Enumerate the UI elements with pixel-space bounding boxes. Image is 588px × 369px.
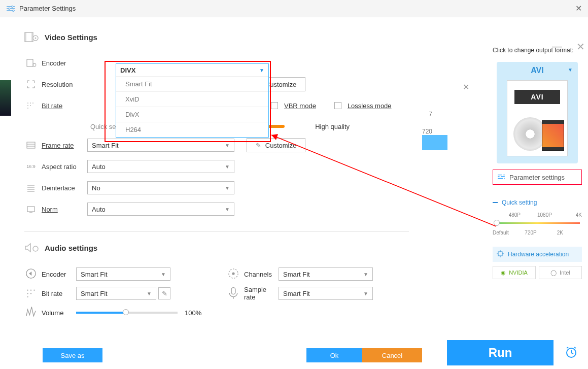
tick-480p: 480P	[509, 212, 521, 218]
volume-thumb[interactable]	[123, 309, 129, 315]
chevron-down-icon: ▼	[259, 68, 264, 73]
framerate-select[interactable]: Smart Fit ▼	[87, 139, 234, 152]
row-deinterlace: Deinterlace No ▼	[24, 179, 409, 197]
encoder-option-xvid[interactable]: XviD	[116, 91, 268, 107]
save-as-button[interactable]: Save as	[43, 348, 102, 362]
svg-point-8	[27, 103, 28, 104]
encoder-option-smartfit[interactable]: Smart Fit	[116, 76, 268, 91]
tick-4k: 4K	[576, 212, 582, 218]
svg-point-0	[11, 6, 13, 7]
svg-point-18	[27, 289, 28, 291]
svg-rect-6	[27, 59, 33, 66]
svg-rect-14	[27, 142, 35, 148]
background-item-selected	[422, 135, 447, 150]
lossless-checkbox[interactable]	[334, 102, 341, 109]
svg-point-13	[27, 108, 28, 109]
vbr-checkbox[interactable]	[271, 102, 278, 109]
audio-encoder-icon	[24, 267, 38, 282]
dialog-title: Parameter Settings	[19, 5, 76, 12]
mic-icon	[227, 286, 240, 301]
row-audio-bitrate: Bit rate Smart Fit▼ ✎	[24, 284, 206, 303]
audio-encoder-label: Encoder	[38, 271, 76, 278]
audio-settings-header: Audio settings	[24, 242, 409, 253]
encoder-option-h264[interactable]: H264	[116, 122, 268, 137]
svg-point-21	[27, 293, 28, 294]
svg-point-20	[33, 289, 35, 291]
change-format-hint: Click to change output format:	[493, 47, 582, 54]
video-settings-title: Video Settings	[45, 33, 97, 42]
close-icon[interactable]: ✕	[575, 4, 582, 13]
hardware-acceleration-button[interactable]: Hardware acceleration	[493, 247, 582, 262]
parameter-settings-button[interactable]: Parameter settings	[493, 170, 582, 185]
high-quality-label: High quality	[315, 123, 350, 130]
customize-label: Customize	[265, 142, 296, 149]
gpu-nvidia-button[interactable]: ◉ NVIDIA	[493, 266, 536, 279]
quick-setting-head[interactable]: Quick setting	[493, 199, 582, 206]
format-name: AVI	[497, 66, 578, 75]
parameter-settings-label: Parameter settings	[509, 174, 565, 181]
volume-value: 100%	[185, 309, 201, 317]
audio-encoder-select[interactable]: Smart Fit▼	[76, 267, 170, 281]
svg-point-12	[30, 105, 31, 106]
quick-setting-thumb[interactable]	[494, 220, 500, 226]
background-video-thumbnail	[0, 80, 11, 116]
row-aspect: 16:9 Aspect ratio Auto ▼	[24, 157, 409, 176]
settings-sliders-icon	[497, 174, 505, 181]
row-norm: Norm Auto ▼	[24, 200, 409, 218]
encoder-select-head[interactable]: DIVX ▼	[116, 64, 268, 76]
vbr-label[interactable]: VBR mode	[284, 102, 316, 110]
lossless-label[interactable]: Lossless mode	[348, 102, 392, 110]
svg-rect-26	[231, 287, 235, 294]
svg-point-11	[27, 105, 28, 106]
chevron-down-icon: ▼	[363, 291, 368, 296]
chevron-down-icon: ▼	[225, 164, 230, 170]
resolution-label: Resolution	[38, 81, 87, 88]
speaker-gear-icon	[24, 242, 39, 253]
encoder-icon	[24, 58, 38, 68]
svg-point-19	[30, 289, 32, 291]
volume-slider[interactable]	[76, 312, 178, 314]
ok-button[interactable]: Ok	[306, 348, 362, 362]
norm-select[interactable]: Auto ▼	[87, 203, 234, 216]
quick-setting-title: Quick setting	[502, 199, 537, 206]
chevron-down-icon: ▼	[225, 207, 230, 212]
alarm-clock-icon[interactable]	[565, 346, 578, 359]
audio-bitrate-icon	[24, 286, 38, 301]
output-format-card[interactable]: AVI ▼ AVI	[497, 62, 578, 163]
framerate-customize-button[interactable]: ✎ Customize	[247, 138, 305, 152]
cancel-button[interactable]: Cancel	[362, 348, 422, 362]
settings-sliders-icon	[6, 5, 15, 12]
row-framerate: Frame rate Smart Fit ▼ ✎ Customize	[24, 136, 409, 154]
audio-bitrate-edit-button[interactable]: ✎	[158, 287, 170, 299]
deinterlace-select[interactable]: No ▼	[87, 181, 234, 194]
deinterlace-label: Deinterlace	[38, 184, 87, 192]
svg-point-16	[33, 246, 38, 251]
channels-select[interactable]: Smart Fit▼	[279, 267, 373, 281]
svg-point-23	[27, 296, 28, 297]
svg-rect-29	[498, 252, 502, 256]
encoder-dropdown[interactable]: DIVX ▼ Smart Fit XviD DivX H264	[116, 63, 269, 138]
video-settings-header: Video Settings	[24, 31, 409, 43]
chip-icon	[497, 250, 504, 259]
bitrate-label[interactable]: Bit rate	[38, 102, 87, 110]
background-item-close-icon[interactable]: ✕	[463, 82, 469, 92]
svg-point-22	[30, 293, 32, 294]
customize-label: Customize	[265, 81, 296, 88]
samplerate-select[interactable]: Smart Fit▼	[279, 287, 373, 300]
film-gear-icon	[24, 31, 39, 43]
norm-label[interactable]: Norm	[38, 206, 87, 213]
quick-setting-slider[interactable]: 480P 1080P 4K Default 720P 2K	[493, 211, 582, 233]
audio-bitrate-label: Bit rate	[38, 290, 76, 297]
framerate-icon	[24, 140, 38, 150]
tick-default: Default	[493, 230, 509, 236]
aspect-select[interactable]: Auto ▼	[87, 160, 234, 173]
run-button[interactable]: Run	[447, 340, 554, 365]
encoder-option-divx[interactable]: DivX	[116, 107, 268, 122]
dialog-titlebar: Parameter Settings ✕	[0, 0, 588, 17]
svg-point-25	[232, 272, 234, 275]
norm-icon	[24, 204, 38, 214]
audio-bitrate-select[interactable]: Smart Fit▼	[76, 287, 156, 300]
svg-point-9	[30, 103, 31, 104]
framerate-label[interactable]: Frame rate	[38, 142, 87, 149]
gpu-intel-button[interactable]: ◯ Intel	[539, 266, 582, 279]
